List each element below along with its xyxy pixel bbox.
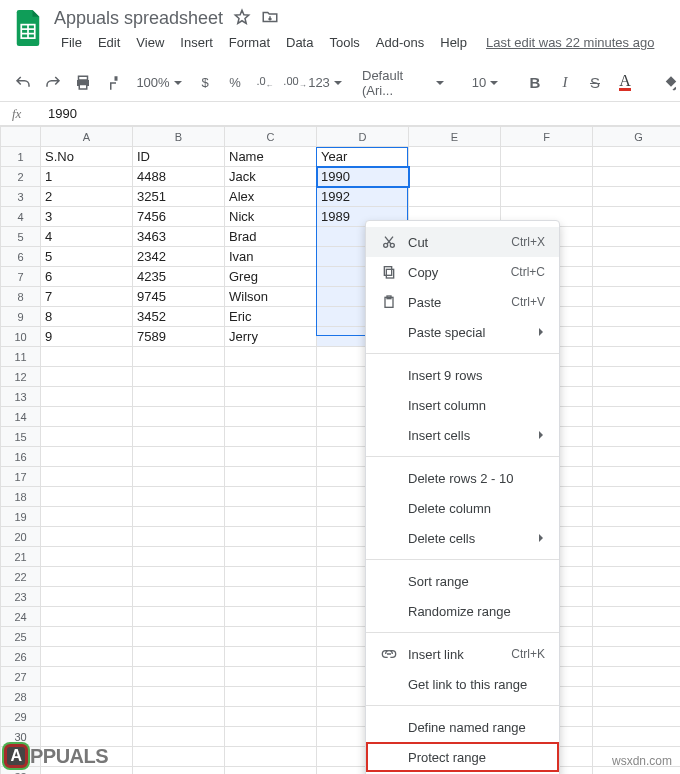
cell[interactable] <box>133 547 225 567</box>
cell[interactable]: Name <box>225 147 317 167</box>
ctx-copy[interactable]: Copy Ctrl+C <box>366 257 559 287</box>
cell[interactable]: 9 <box>41 327 133 347</box>
ctx-cut[interactable]: Cut Ctrl+X <box>366 227 559 257</box>
ctx-delete-column[interactable]: Delete column <box>366 493 559 523</box>
menu-data[interactable]: Data <box>279 31 320 54</box>
cell[interactable] <box>593 667 681 687</box>
row-header[interactable]: 3 <box>1 187 41 207</box>
cell[interactable]: Greg <box>225 267 317 287</box>
cell[interactable] <box>41 367 133 387</box>
cell[interactable]: S.No <box>41 147 133 167</box>
row-header[interactable]: 6 <box>1 247 41 267</box>
text-color-button[interactable]: A <box>612 70 638 96</box>
col-header-E[interactable]: E <box>409 127 501 147</box>
cell[interactable] <box>409 187 501 207</box>
cell[interactable]: Jerry <box>225 327 317 347</box>
italic-button[interactable]: I <box>552 70 578 96</box>
cell[interactable] <box>133 507 225 527</box>
ctx-define-named-range[interactable]: Define named range <box>366 712 559 742</box>
undo-button[interactable] <box>10 70 36 96</box>
cell[interactable] <box>225 627 317 647</box>
cell[interactable] <box>593 167 681 187</box>
cell[interactable]: 7 <box>41 287 133 307</box>
cell[interactable]: 2342 <box>133 247 225 267</box>
col-header-F[interactable]: F <box>501 127 593 147</box>
cell[interactable] <box>225 667 317 687</box>
cell[interactable] <box>225 527 317 547</box>
cell[interactable] <box>225 547 317 567</box>
cell[interactable] <box>41 467 133 487</box>
print-button[interactable] <box>70 70 96 96</box>
cell[interactable] <box>133 447 225 467</box>
format-percent-button[interactable]: % <box>222 70 248 96</box>
row-header[interactable]: 11 <box>1 347 41 367</box>
row-header[interactable]: 29 <box>1 707 41 727</box>
cell[interactable]: 7456 <box>133 207 225 227</box>
ctx-insert-cells[interactable]: Insert cells <box>366 420 559 450</box>
cell[interactable] <box>133 367 225 387</box>
ctx-protect-range[interactable]: Protect range <box>366 742 559 772</box>
cell[interactable] <box>225 607 317 627</box>
cell[interactable] <box>501 187 593 207</box>
ctx-sort-range[interactable]: Sort range <box>366 566 559 596</box>
cell[interactable]: 4 <box>41 227 133 247</box>
cell[interactable] <box>41 647 133 667</box>
cell[interactable]: 1990 <box>317 167 409 187</box>
cell[interactable] <box>225 727 317 747</box>
cell[interactable]: Eric <box>225 307 317 327</box>
cell[interactable] <box>133 467 225 487</box>
cell[interactable] <box>41 687 133 707</box>
cell[interactable] <box>593 247 681 267</box>
cell[interactable] <box>593 207 681 227</box>
cell[interactable] <box>593 327 681 347</box>
cell[interactable] <box>133 627 225 647</box>
row-header[interactable]: 12 <box>1 367 41 387</box>
cell[interactable] <box>225 507 317 527</box>
row-header[interactable]: 14 <box>1 407 41 427</box>
col-header-B[interactable]: B <box>133 127 225 147</box>
row-header[interactable]: 21 <box>1 547 41 567</box>
cell[interactable] <box>593 307 681 327</box>
cell[interactable] <box>593 267 681 287</box>
cell[interactable] <box>225 447 317 467</box>
cell[interactable] <box>593 427 681 447</box>
row-header[interactable]: 28 <box>1 687 41 707</box>
font-size-dropdown[interactable]: 10 <box>468 70 502 96</box>
menu-tools[interactable]: Tools <box>322 31 366 54</box>
cell[interactable] <box>133 587 225 607</box>
cell[interactable] <box>133 667 225 687</box>
cell[interactable] <box>41 587 133 607</box>
cell[interactable] <box>593 687 681 707</box>
cell[interactable] <box>593 287 681 307</box>
row-header[interactable]: 2 <box>1 167 41 187</box>
cell[interactable]: 3251 <box>133 187 225 207</box>
cell[interactable]: 3 <box>41 207 133 227</box>
cell[interactable]: 3463 <box>133 227 225 247</box>
last-edit-link[interactable]: Last edit was 22 minutes ago <box>486 35 654 50</box>
fill-color-button[interactable] <box>658 70 680 96</box>
cell[interactable] <box>41 407 133 427</box>
row-header[interactable]: 8 <box>1 287 41 307</box>
cell[interactable] <box>225 367 317 387</box>
cell[interactable] <box>133 527 225 547</box>
row-header[interactable]: 25 <box>1 627 41 647</box>
cell[interactable] <box>225 647 317 667</box>
star-icon[interactable] <box>233 8 251 29</box>
cell[interactable] <box>133 427 225 447</box>
decrease-decimal-button[interactable]: .0← <box>252 70 278 96</box>
cell[interactable] <box>501 147 593 167</box>
row-header[interactable]: 24 <box>1 607 41 627</box>
cell[interactable] <box>593 487 681 507</box>
cell[interactable] <box>41 487 133 507</box>
menu-file[interactable]: File <box>54 31 89 54</box>
cell[interactable] <box>225 427 317 447</box>
cell[interactable] <box>41 607 133 627</box>
ctx-paste[interactable]: Paste Ctrl+V <box>366 287 559 317</box>
cell[interactable] <box>41 507 133 527</box>
menu-edit[interactable]: Edit <box>91 31 127 54</box>
row-header[interactable]: 19 <box>1 507 41 527</box>
ctx-insert-column[interactable]: Insert column <box>366 390 559 420</box>
cell[interactable] <box>225 767 317 775</box>
cell[interactable]: Wilson <box>225 287 317 307</box>
cell[interactable] <box>225 707 317 727</box>
